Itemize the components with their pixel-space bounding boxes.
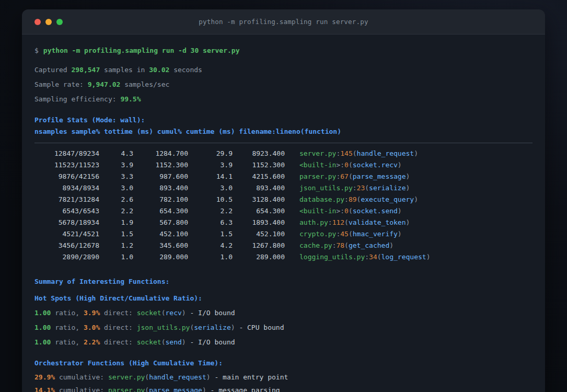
stat-cumtime: 1267.800 — [233, 240, 285, 251]
stat-filename: parser.py — [299, 172, 336, 180]
stat-cumtime: 452.100 — [233, 228, 285, 240]
captured-samples-value: 298,547 — [71, 66, 100, 74]
stat-cumul-pct: 3.0 — [188, 182, 233, 194]
hotspot-function: serialize — [194, 324, 230, 331]
titlebar[interactable]: python -m profiling.sampling run server.… — [22, 9, 545, 34]
stat-nsamples: 3456/12678 — [34, 240, 99, 251]
maximize-button[interactable] — [56, 19, 63, 25]
stat-location: server.py:145(handle_request) — [285, 148, 533, 159]
stat-separator: : — [365, 253, 369, 261]
stat-cumul-pct: 10.5 — [188, 194, 233, 205]
orchestrator-function: handle_request — [149, 373, 206, 381]
traffic-lights — [34, 19, 63, 25]
orchestrator-filename: server.py — [108, 373, 145, 381]
stat-tottime: 782.100 — [133, 194, 188, 205]
open-paren: ( — [349, 230, 353, 238]
stat-sample-pct: 1.5 — [99, 228, 133, 240]
stat-cumtime: 4215.600 — [233, 171, 285, 182]
stat-cumtime: 8923.400 — [233, 148, 285, 159]
stat-cumtime: 654.300 — [233, 205, 285, 217]
stat-location: json_utils.py:23(serialize) — [285, 182, 533, 194]
sample-rate-label: Sample rate: — [34, 80, 88, 88]
minimize-button[interactable] — [45, 19, 52, 25]
stat-cumul-pct: 4.2 — [188, 240, 233, 251]
orchestrator-note: - message parsing — [206, 386, 280, 392]
stat-sample-pct: 3.3 — [99, 171, 133, 182]
close-paren: ) — [231, 324, 235, 331]
stat-separator: >: — [336, 207, 344, 215]
efficiency-label: Sampling efficiency: — [34, 95, 120, 103]
stat-tottime: 567.800 — [133, 217, 188, 228]
hotspot-direct-label: direct: — [100, 338, 136, 346]
hotspot-function: send — [166, 338, 182, 346]
orchestrator-pct: 14.1% — [34, 386, 55, 392]
stat-lineno: 34 — [369, 253, 377, 261]
stats-table-row: 11523/11523 3.9 1152.300 3.9 1152.300 <b… — [34, 159, 533, 171]
stat-filename: cache.py — [299, 241, 332, 249]
stat-tottime: 1284.700 — [133, 148, 188, 159]
hotspot-ratio-value: 1.00 — [34, 324, 51, 331]
hotspot-direct-pct: 3.9% — [84, 309, 100, 317]
orchestrator-pct: 29.9% — [34, 373, 55, 381]
desktop-background: python -m profiling.sampling run server.… — [0, 0, 567, 392]
close-paren: ) — [406, 172, 410, 180]
stat-nsamples: 6543/6543 — [34, 205, 99, 217]
stat-function: serialize — [369, 184, 406, 192]
stat-cumul-pct: 3.9 — [188, 159, 233, 171]
close-paren: ) — [406, 184, 410, 192]
close-paren: ) — [182, 309, 186, 317]
open-paren: ( — [349, 207, 353, 215]
stat-filename: <built-in — [299, 161, 336, 169]
close-paren: ) — [426, 253, 431, 261]
efficiency-value: 99.5% — [120, 95, 141, 103]
orchestrator-function: parse_message — [149, 386, 202, 392]
stat-nsamples: 12847/89234 — [34, 148, 99, 159]
stat-nsamples: 7821/31284 — [34, 194, 99, 205]
hotspot-direct-label: direct: — [100, 324, 136, 331]
close-button[interactable] — [34, 19, 41, 25]
stat-tottime: 893.400 — [133, 182, 188, 194]
window-title: python -m profiling.sampling run server.… — [22, 18, 545, 26]
open-paren: ( — [344, 218, 349, 226]
hotspot-note: - CPU bound — [235, 324, 284, 331]
stats-table-row: 3456/12678 1.2 345.600 4.2 1267.800 cach… — [34, 240, 533, 251]
stat-filename: logging_utils.py — [299, 253, 365, 261]
open-paren: ( — [344, 241, 349, 249]
hotspot-filename: socket — [137, 338, 161, 346]
stat-function: parse_message — [353, 172, 406, 180]
orchestrators-heading: Orchestrator Functions (High Cumulative … — [34, 356, 533, 371]
stat-sample-pct: 1.9 — [99, 217, 133, 228]
orchestrator-item: 14.1% cumulative: parser.py(parse_messag… — [34, 384, 533, 392]
stat-cumtime: 3128.400 — [233, 194, 285, 205]
stats-table-row: 5678/18934 1.9 567.800 6.3 1893.400 auth… — [34, 217, 533, 228]
stat-lineno: 112 — [332, 218, 344, 226]
terminal-body[interactable]: $python -m profiling.sampling run -d 30 … — [22, 34, 545, 392]
close-paren: ) — [398, 161, 402, 169]
stat-tottime: 987.600 — [133, 171, 188, 182]
close-paren: ) — [206, 373, 211, 381]
stat-cumul-pct: 2.2 — [188, 205, 233, 217]
hotspot-ratio-label: ratio, — [51, 338, 84, 346]
orchestrator-note: - main entry point — [211, 373, 288, 381]
captured-seconds-value: 30.02 — [149, 66, 169, 74]
orchestrators-list: 29.9% cumulative: server.py(handle_reque… — [34, 371, 533, 392]
close-paren: ) — [202, 386, 206, 392]
efficiency-line: Sampling efficiency: 99.5% — [34, 92, 533, 107]
hotspot-note: - I/O bound — [186, 309, 235, 317]
close-paren: ) — [414, 149, 418, 157]
close-paren: ) — [398, 207, 402, 215]
stat-lineno: 89 — [349, 195, 357, 203]
stat-nsamples: 4521/4521 — [34, 228, 99, 240]
open-paren: ( — [349, 161, 353, 169]
stat-function: handle_request — [357, 149, 414, 157]
orchestrator-label: cumulative: — [55, 386, 108, 392]
stat-cumul-pct: 1.5 — [188, 228, 233, 240]
stat-sample-pct: 3.0 — [99, 182, 133, 194]
stat-location: logging_utils.py:34(log_request) — [285, 251, 533, 263]
stat-lineno: 23 — [357, 184, 365, 192]
stat-lineno: 0 — [344, 207, 349, 215]
stat-sample-pct: 1.2 — [99, 240, 133, 251]
stat-tottime: 654.300 — [133, 205, 188, 217]
open-paren: ( — [161, 309, 166, 317]
stat-cumtime: 1152.300 — [233, 159, 285, 171]
